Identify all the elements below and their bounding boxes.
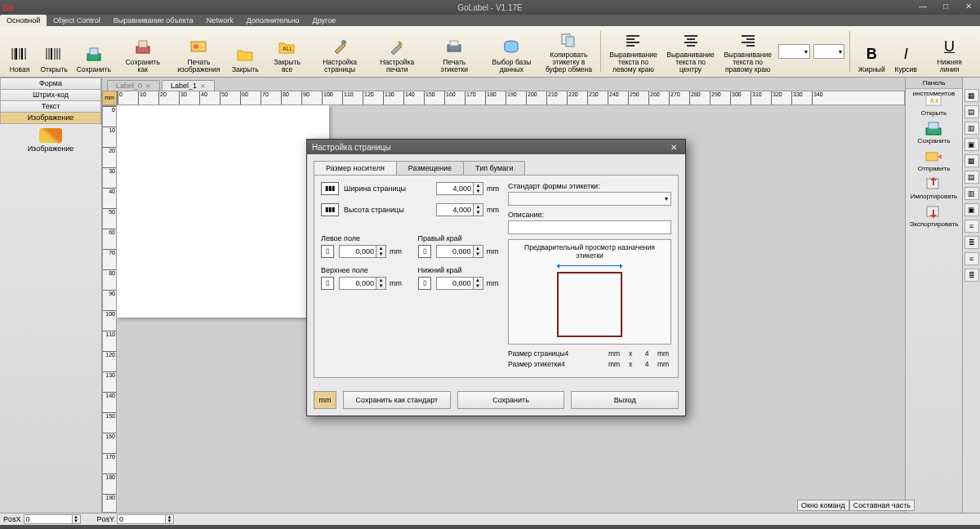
ribbon-italic[interactable]: IКурсив — [891, 28, 920, 75]
fr-btn-3[interactable]: ▥ — [964, 122, 979, 135]
tools-icon — [329, 36, 350, 57]
ribbon-closeall[interactable]: ALLЗакрыть все — [265, 28, 310, 75]
menu-main[interactable]: Основной — [0, 15, 47, 26]
ribbon-new[interactable]: Новая — [5, 28, 34, 75]
svg-rect-24 — [566, 37, 574, 47]
posy-spinner[interactable]: ▲▼ — [166, 514, 174, 524]
width-spinner[interactable]: ▲▼ — [474, 182, 483, 195]
ribbon-open[interactable]: Открыть — [38, 28, 70, 75]
ribbon-align-center[interactable]: Выравнивание текста по центру — [664, 28, 718, 75]
ribbon-copy[interactable]: Копировать этикетку в буфер обмена — [541, 28, 595, 75]
fr-btn-9[interactable]: ≡ — [964, 220, 979, 233]
posx-spinner[interactable]: ▲▼ — [73, 514, 81, 524]
rp-export[interactable]: Экспортировать — [910, 203, 959, 228]
rp-open[interactable]: ∧xОткрыть — [921, 92, 947, 117]
ribbon-db[interactable]: Выбор базы данных — [484, 28, 538, 75]
position-bar: PosX▲▼ PosY▲▼ — [0, 513, 980, 525]
save-button[interactable]: Сохранить — [457, 391, 565, 409]
posy-input[interactable] — [117, 514, 166, 524]
menu-object-control[interactable]: Object Control — [47, 15, 107, 26]
font-size-combo[interactable]: ▾ — [813, 44, 845, 59]
bottom-margin-input[interactable] — [436, 277, 474, 290]
unit-toggle-button[interactable]: mm — [314, 391, 336, 409]
ribbon-print-label[interactable]: Печать этикетки — [427, 28, 481, 75]
dlg-tab-placement[interactable]: Размещение — [396, 161, 464, 175]
fr-btn-4[interactable]: ▣ — [964, 138, 979, 151]
minimize-button[interactable]: — — [911, 0, 934, 15]
height-input[interactable] — [436, 203, 474, 216]
menu-align[interactable]: Выравнивание объекта — [107, 15, 200, 26]
image-tool-icon[interactable] — [39, 128, 62, 143]
ribbon-bold[interactable]: BЖирный — [855, 28, 888, 75]
menu-network[interactable]: Network — [200, 15, 240, 26]
right-panel-header: Панель инструментов — [906, 78, 962, 89]
posx-label: PosX — [3, 515, 21, 523]
ribbon-underline[interactable]: UНижняя линия — [924, 28, 975, 75]
ribbon-page-setup[interactable]: Настройка страницы — [313, 28, 367, 75]
ribbon-saveas[interactable]: Сохранить как — [117, 28, 168, 75]
top-margin-spinner[interactable]: ▲▼ — [376, 277, 386, 290]
rp-import[interactable]: Импортировать — [911, 176, 958, 200]
ribbon-page-setup-label: Настройка страницы — [316, 59, 363, 73]
fr-btn-6[interactable]: ▤ — [964, 171, 979, 184]
pagesize-unit2: mm — [655, 349, 671, 358]
ribbon-underline-label: Нижняя линия — [927, 59, 972, 73]
fr-btn-2[interactable]: ▤ — [964, 105, 979, 118]
fr-btn-12[interactable]: ≣ — [964, 269, 979, 282]
fr-btn-1[interactable]: ▦ — [964, 89, 979, 102]
width-input[interactable] — [436, 182, 474, 195]
close-tab-icon[interactable]: ✕ — [200, 82, 206, 90]
font-family-combo[interactable]: ▾ — [778, 44, 810, 59]
exit-button[interactable]: Выход — [571, 391, 679, 409]
ribbon-print-setup[interactable]: Настройка печати — [370, 28, 424, 75]
dlg-tab-paper-type[interactable]: Тип бумаги — [463, 161, 525, 175]
ribbon-bold-label: Жирный — [858, 66, 885, 73]
dlg-tab-media-size[interactable]: Размер носителя — [314, 161, 397, 175]
ribbon-align-left[interactable]: Выравнивание текста по левому краю — [606, 28, 660, 75]
std-form-combo[interactable]: ▾ — [508, 192, 671, 206]
ruler-unit[interactable]: mm — [102, 91, 117, 105]
italic-icon: I — [895, 43, 916, 64]
right-panel: Панель инструментов ∧xОткрыть Сохранить … — [905, 78, 962, 513]
doc-tab-0[interactable]: Label_0✕ — [107, 80, 160, 91]
close-window-button[interactable]: ✕ — [957, 0, 980, 15]
save-as-standard-button[interactable]: Сохранить как стандарт — [343, 391, 451, 409]
left-tab-barcode[interactable]: Штрих-код — [0, 89, 101, 101]
fr-btn-8[interactable]: ▣ — [964, 203, 979, 216]
top-margin-input[interactable] — [339, 277, 376, 290]
fr-btn-11[interactable]: ≡ — [964, 252, 979, 265]
ribbon-printimg[interactable]: Печать изображения — [172, 28, 225, 75]
right-margin-spinner[interactable]: ▲▼ — [474, 245, 483, 258]
desc-input[interactable] — [508, 220, 671, 234]
maximize-button[interactable]: □ — [934, 0, 957, 15]
label-page[interactable] — [117, 105, 329, 318]
posx-input[interactable] — [24, 514, 73, 524]
fr-btn-7[interactable]: ▥ — [964, 187, 979, 200]
fr-btn-5[interactable]: ▦ — [964, 154, 979, 167]
bottom-margin-spinner[interactable]: ▲▼ — [474, 277, 483, 290]
dialog-close-button[interactable]: ✕ — [667, 143, 680, 152]
left-margin-spinner[interactable]: ▲▼ — [376, 245, 386, 258]
ribbon-save[interactable]: Сохранить — [74, 28, 114, 75]
doc-tab-1[interactable]: Label_1✕ — [162, 80, 215, 91]
ribbon-close[interactable]: Закрыть — [229, 28, 261, 75]
cmd-window[interactable]: Окно команд — [797, 500, 849, 511]
left-tab-form[interactable]: Форма — [0, 78, 101, 90]
rp-save[interactable]: Сохранить — [918, 120, 951, 144]
right-margin-input[interactable] — [436, 245, 474, 258]
height-spinner[interactable]: ▲▼ — [474, 203, 483, 216]
left-tab-image[interactable]: Изображение — [0, 112, 101, 124]
align-right-icon — [737, 29, 759, 50]
dialog-title-bar[interactable]: Настройка страницы ✕ — [307, 140, 685, 154]
rp-send[interactable]: Отправить — [918, 148, 951, 172]
align-center-icon — [680, 29, 702, 50]
menu-other[interactable]: Другое — [306, 15, 343, 26]
ribbon-align-right[interactable]: Выравнивание текста по правому краю — [721, 28, 775, 75]
left-tab-text[interactable]: Текст — [0, 100, 101, 113]
cmd-component[interactable]: Составная часть — [849, 500, 915, 511]
close-tab-icon[interactable]: ✕ — [145, 82, 151, 90]
fr-btn-10[interactable]: ≣ — [964, 236, 979, 249]
menu-additional[interactable]: Дополнительно — [240, 15, 306, 26]
command-box: Окно команд Составная часть — [797, 500, 915, 511]
left-margin-input[interactable] — [339, 245, 376, 258]
